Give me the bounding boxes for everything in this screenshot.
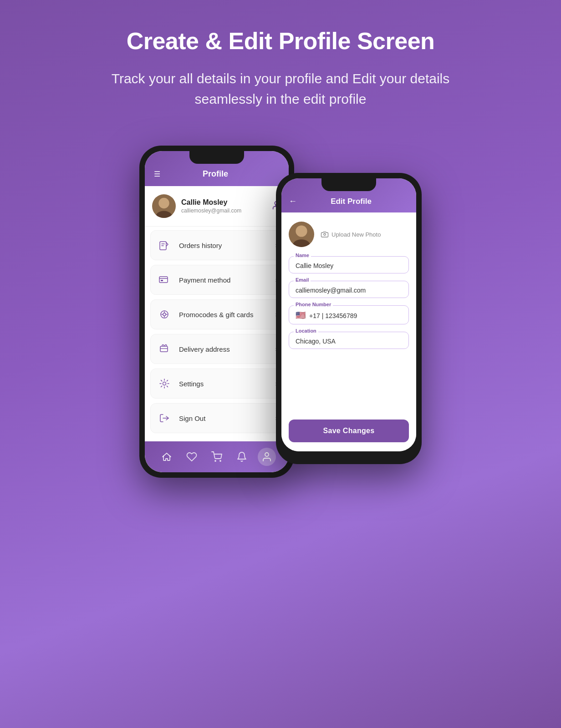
svg-rect-5 (161, 280, 163, 281)
hamburger-icon[interactable]: ☰ (154, 170, 160, 178)
menu-item-signout[interactable]: Sign Out › (150, 403, 283, 433)
phone-edit-profile: ← Edit Profile (276, 173, 422, 464)
svg-point-12 (265, 453, 269, 456)
phone-notch (189, 151, 244, 164)
profile-user-section: Callie Mosley calliemosley@gmail.com (145, 186, 289, 227)
edit-profile-screen: ← Edit Profile (281, 178, 416, 451)
svg-point-1 (156, 211, 172, 218)
svg-rect-8 (160, 346, 168, 352)
orders-label: Orders history (179, 242, 275, 249)
phone-flag-row: 🇺🇸 +17 | 123456789 (296, 310, 402, 320)
email-value: calliemosley@gmail.com (296, 287, 402, 294)
svg-point-10 (215, 460, 216, 461)
location-field[interactable]: Location Chicago, USA (289, 332, 409, 349)
bottom-nav (145, 441, 289, 472)
menu-list: Orders history › Payment method › (145, 227, 289, 441)
email-field[interactable]: Email calliemosley@gmail.com (289, 281, 409, 298)
user-info: Callie Mosley calliemosley@gmail.com (181, 198, 271, 214)
page-subtitle: Track your all details in your profile a… (107, 68, 454, 109)
location-value: Chicago, USA (296, 338, 402, 345)
nav-favorites[interactable] (183, 448, 201, 466)
phone-profile: ☰ Profile Callie Mosley calliemosley@gma… (139, 146, 294, 478)
menu-item-settings[interactable]: Settings › (150, 369, 283, 399)
menu-item-payment[interactable]: Payment method › (150, 265, 283, 295)
email-label: Email (294, 277, 311, 283)
signout-label: Sign Out (179, 415, 275, 422)
svg-point-15 (324, 233, 326, 236)
svg-point-13 (296, 225, 307, 237)
avatar (152, 194, 176, 218)
flag-us-icon: 🇺🇸 (296, 310, 306, 320)
settings-icon (156, 375, 173, 392)
svg-rect-4 (159, 277, 168, 283)
svg-point-9 (163, 382, 166, 385)
payment-icon (156, 272, 173, 288)
profile-screen: ☰ Profile Callie Mosley calliemosley@gma… (145, 151, 289, 472)
delivery-label: Delivery address (179, 345, 275, 353)
menu-item-orders[interactable]: Orders history › (150, 230, 283, 260)
nav-home[interactable] (158, 448, 176, 466)
delivery-icon (156, 341, 173, 357)
name-field[interactable]: Name Callie Mosley (289, 256, 409, 273)
promos-icon (156, 306, 173, 323)
page-title: Create & Edit Profile Screen (127, 27, 435, 55)
save-changes-button[interactable]: Save Changes (289, 420, 409, 442)
svg-point-0 (158, 198, 169, 208)
upload-photo-button[interactable]: Upload New Photo (321, 230, 381, 238)
user-email: calliemosley@gmail.com (181, 207, 271, 214)
location-label: Location (294, 328, 318, 334)
svg-point-14 (292, 239, 310, 247)
name-value: Callie Mosley (296, 262, 402, 269)
signout-icon (156, 410, 173, 426)
edit-screen-content: Upload New Photo Name Callie Mosley Emai… (281, 212, 416, 451)
back-button[interactable]: ← (289, 197, 297, 206)
svg-point-7 (163, 313, 166, 316)
phone-notch-2 (321, 178, 376, 191)
settings-label: Settings (179, 380, 275, 388)
nav-cart[interactable] (208, 448, 226, 466)
menu-item-promos[interactable]: Promocodes & gift cards › (150, 299, 283, 329)
upload-label-text: Upload New Photo (332, 231, 381, 238)
svg-point-11 (220, 460, 221, 461)
phone-field[interactable]: Phone Number 🇺🇸 +17 | 123456789 (289, 305, 409, 324)
payment-label: Payment method (179, 276, 275, 284)
edit-avatar (289, 222, 314, 247)
promos-label: Promocodes & gift cards (179, 311, 275, 318)
profile-screen-title: Profile (160, 169, 270, 179)
orders-icon (156, 237, 173, 253)
edit-profile-title: Edit Profile (302, 197, 400, 206)
user-name: Callie Mosley (181, 198, 271, 207)
avatar-upload-row: Upload New Photo (289, 222, 409, 247)
nav-profile[interactable] (258, 448, 276, 466)
menu-item-delivery[interactable]: Delivery address › (150, 334, 283, 364)
name-label: Name (294, 253, 311, 258)
phones-container: ☰ Profile Callie Mosley calliemosley@gma… (139, 146, 422, 478)
phone-value: +17 | 123456789 (309, 312, 357, 319)
phone-label: Phone Number (294, 302, 333, 307)
nav-notifications[interactable] (233, 448, 251, 466)
